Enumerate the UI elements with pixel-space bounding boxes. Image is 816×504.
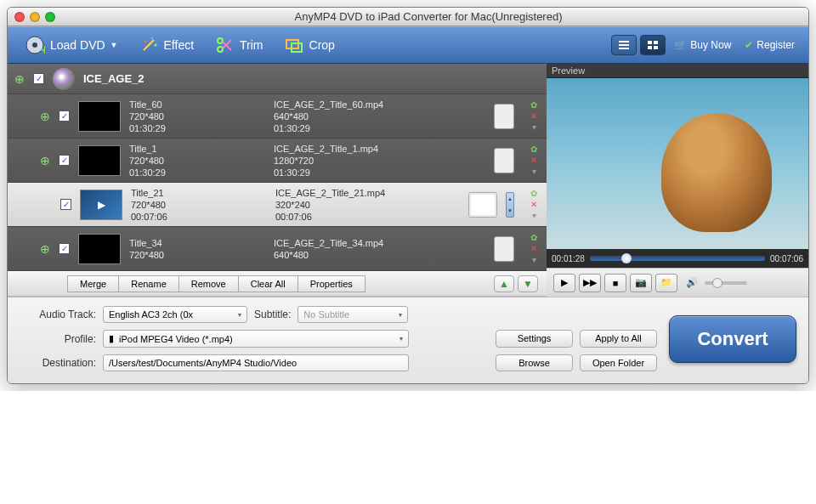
convert-button[interactable]: Convert: [669, 315, 796, 363]
device-arrows[interactable]: ▲▼: [506, 192, 514, 218]
dropdown-icon: ▾: [400, 335, 403, 343]
crop-icon: [284, 35, 304, 55]
dropdown-icon: ▾: [399, 311, 402, 319]
row-more-icon[interactable]: ▾: [532, 255, 536, 264]
settings-button[interactable]: Settings: [496, 330, 573, 347]
key-icon: ✔: [745, 39, 753, 51]
register-link[interactable]: ✔Register: [740, 39, 800, 51]
row-more-icon[interactable]: ▾: [532, 211, 536, 220]
destination-field[interactable]: /Users/test/Documents/AnyMP4 Studio/Vide…: [103, 354, 409, 371]
remove-button[interactable]: Remove: [179, 275, 239, 292]
effect-button[interactable]: Effect: [130, 31, 203, 59]
expand-icon[interactable]: ⊕: [40, 154, 50, 167]
output-info: ICE_AGE_2_Title_60.mp4640*48001:30:29: [274, 99, 410, 134]
title-info: Title_1720*48001:30:29: [129, 143, 265, 178]
move-down-button[interactable]: ▼: [518, 275, 538, 292]
row-settings-icon[interactable]: ✿: [530, 189, 537, 198]
title-checkbox[interactable]: ✓: [60, 199, 71, 210]
output-info: ICE_AGE_2_Title_21.mp4320*24000:07:06: [275, 187, 411, 223]
open-snapshot-folder-button[interactable]: 📁: [655, 274, 677, 292]
svg-point-5: [150, 37, 153, 40]
title-info: Title_60720*48001:30:29: [129, 99, 265, 134]
rename-button[interactable]: Rename: [119, 275, 179, 292]
preview-seek-slider[interactable]: [590, 256, 765, 261]
close-button[interactable]: [14, 12, 25, 22]
row-settings-icon[interactable]: ✿: [530, 144, 537, 154]
row-delete-icon[interactable]: ✕: [530, 111, 537, 121]
preview-pane: Preview 00:01:28 00:07:06 ▶ ▶▶ ■ 📷 📁 🔊: [547, 64, 808, 297]
apply-to-all-button[interactable]: Apply to All: [580, 330, 657, 347]
title-row[interactable]: ✓Title_21720*48000:07:06ICE_AGE_2_Title_…: [8, 183, 547, 227]
minimize-button[interactable]: [30, 12, 40, 22]
disc-checkbox[interactable]: ✓: [33, 73, 44, 84]
volume-slider[interactable]: [705, 281, 747, 285]
title-thumbnail: [80, 190, 122, 220]
preview-current-time: 00:01:28: [552, 254, 585, 263]
list-view-button[interactable]: [611, 35, 637, 55]
scissors-icon: [214, 35, 235, 55]
window-title: AnyMP4 DVD to iPad Converter for Mac(Unr…: [55, 10, 802, 23]
profile-select[interactable]: ▮iPod MPEG4 Video (*.mp4) ▾: [103, 330, 409, 348]
disc-row[interactable]: ⊕ ✓ ICE_AGE_2: [8, 64, 547, 94]
row-delete-icon[interactable]: ✕: [530, 244, 537, 253]
row-more-icon[interactable]: ▾: [532, 122, 536, 132]
open-folder-button[interactable]: Open Folder: [580, 354, 657, 371]
row-delete-icon[interactable]: ✕: [530, 200, 537, 209]
grid-view-button[interactable]: [640, 35, 666, 55]
title-info: Title_34720*480: [129, 237, 265, 261]
preview-time-bar: 00:01:28 00:07:06: [547, 249, 808, 268]
move-up-button[interactable]: ▲: [494, 275, 514, 292]
disc-title: ICE_AGE_2: [83, 72, 144, 85]
row-actions: ✿✕▾: [528, 144, 540, 176]
svg-point-4: [144, 41, 146, 43]
load-dvd-label: Load DVD: [50, 38, 105, 52]
row-delete-icon[interactable]: ✕: [530, 156, 537, 165]
maximize-button[interactable]: [45, 12, 55, 22]
row-settings-icon[interactable]: ✿: [530, 233, 537, 242]
forward-button[interactable]: ▶▶: [579, 274, 601, 292]
device-select[interactable]: [468, 192, 497, 218]
svg-rect-16: [648, 41, 652, 44]
expand-icon[interactable]: ⊕: [14, 72, 25, 86]
svg-point-6: [154, 44, 156, 47]
crop-label: Crop: [309, 38, 335, 52]
expand-icon[interactable]: ⊕: [40, 242, 50, 256]
merge-button[interactable]: Merge: [67, 275, 119, 292]
load-dvd-button[interactable]: + Load DVD ▼: [16, 31, 127, 59]
properties-button[interactable]: Properties: [298, 275, 366, 292]
ipod-icon: ▮: [109, 333, 114, 344]
disc-icon: [53, 68, 75, 90]
snapshot-button[interactable]: 📷: [630, 274, 652, 292]
content-area: ⊕ ✓ ICE_AGE_2 ⊕✓Title_60720*48001:30:29I…: [8, 64, 808, 297]
title-checkbox[interactable]: ✓: [59, 155, 70, 166]
file-list[interactable]: ⊕ ✓ ICE_AGE_2 ⊕✓Title_60720*48001:30:29I…: [8, 64, 547, 271]
play-button[interactable]: ▶: [553, 274, 575, 292]
svg-rect-17: [654, 41, 658, 44]
stop-button[interactable]: ■: [604, 274, 626, 292]
svg-point-7: [218, 47, 223, 52]
title-checkbox[interactable]: ✓: [59, 243, 70, 254]
crop-button[interactable]: Crop: [275, 31, 343, 59]
svg-line-10: [223, 40, 231, 48]
list-actions-bar: Merge Rename Remove Clear All Properties…: [8, 271, 547, 297]
trim-button[interactable]: Trim: [206, 31, 271, 59]
clear-all-button[interactable]: Clear All: [239, 275, 298, 292]
traffic-lights: [14, 12, 55, 22]
dropdown-icon: ▼: [110, 41, 118, 49]
title-checkbox[interactable]: ✓: [59, 110, 70, 122]
cart-icon: 🛒: [674, 39, 687, 51]
audio-track-select[interactable]: English AC3 2ch (0x▾: [103, 306, 247, 323]
buy-now-link[interactable]: 🛒Buy Now: [669, 39, 736, 51]
row-more-icon[interactable]: ▾: [532, 167, 536, 176]
row-settings-icon[interactable]: ✿: [530, 100, 537, 110]
expand-icon[interactable]: ⊕: [40, 110, 50, 123]
title-row[interactable]: ⊕✓Title_60720*48001:30:29ICE_AGE_2_Title…: [8, 94, 547, 139]
title-thumbnail: [78, 234, 121, 264]
subtitle-select[interactable]: No Subtitle▾: [298, 306, 408, 323]
title-row[interactable]: ⊕✓Title_1720*48001:30:29ICE_AGE_2_Title_…: [8, 139, 547, 183]
title-row[interactable]: ⊕✓Title_34720*480ICE_AGE_2_Title_34.mp46…: [8, 227, 547, 271]
bottom-panel: Audio Track: English AC3 2ch (0x▾ Subtit…: [8, 297, 808, 383]
browse-button[interactable]: Browse: [496, 354, 573, 371]
row-actions: ✿✕▾: [528, 100, 540, 132]
row-actions: ✿✕▾: [528, 189, 540, 220]
